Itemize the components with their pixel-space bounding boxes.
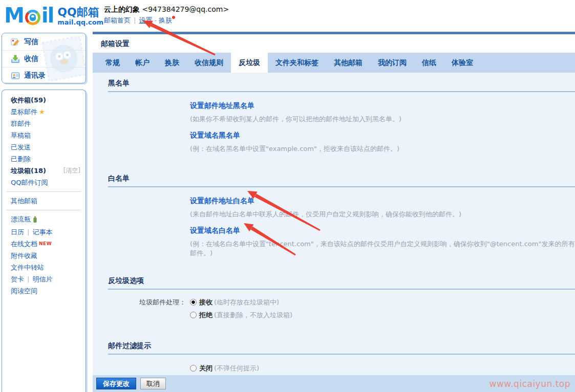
- sidebar-item-drift-bottle[interactable]: 漂流瓶: [2, 213, 86, 226]
- filter-tip-off-desc: (不弹任何提示): [214, 364, 259, 372]
- calendar-link[interactable]: 日历: [11, 228, 24, 236]
- spam-reject-desc: (直接删除，不放入垃圾箱): [214, 311, 292, 319]
- blacklist-address-desc: (如果你不希望收到某人的邮件，你可以把他的邮件地址加入到黑名单。): [190, 115, 575, 124]
- compose-button[interactable]: 写信: [2, 33, 86, 50]
- greeting-card-link[interactable]: 贺卡: [11, 275, 24, 283]
- sidebar-item-other-mailbox[interactable]: 其他邮箱: [2, 195, 86, 207]
- sidebar-actions-box: 写信 收信: [2, 33, 86, 83]
- blacklist-domain-desc: (例：在域名黑名单中设置"example.com"，拒收来自该站点的邮件。): [190, 144, 575, 154]
- new-badge: NEW: [39, 241, 52, 246]
- watermark: www.qicaiyun.top: [489, 379, 570, 389]
- sidebar-item-reading-space[interactable]: 阅读空间: [2, 285, 86, 297]
- tab-subscriptions[interactable]: 我的订阅: [370, 53, 414, 73]
- tab-lab[interactable]: 体验室: [444, 53, 481, 73]
- account-name: 云上的幻象: [104, 5, 140, 13]
- logo-letter-m: M: [4, 4, 24, 27]
- sidebar: 写信 收信: [0, 32, 93, 392]
- spam-accept-desc: (临时存放在垃圾箱中): [214, 298, 279, 306]
- antispam-heading: 反垃圾选项: [108, 276, 575, 290]
- filter-tip-off-label[interactable]: 关闭: [199, 364, 212, 372]
- radio-spam-accept[interactable]: [190, 299, 197, 306]
- sidebar-divider: [7, 210, 81, 210]
- penguin-globe-icon: [25, 10, 40, 25]
- spam-reject-label[interactable]: 拒绝: [199, 311, 212, 319]
- main-panel: 邮箱设置 常规 帐户 换肤 收信规则 反垃圾 文件夹和标签 其他邮箱 我的订阅 …: [93, 32, 575, 392]
- blacklist-domain-link[interactable]: 设置域名黑名单: [190, 131, 240, 140]
- sidebar-item-qq-subscription[interactable]: QQ邮件订阅: [2, 177, 86, 188]
- contacts-icon: [11, 71, 20, 80]
- whitelist-domain-desc: (例：在域名白名单中设置"tencent.com"，来自该站点的邮件仅受用户自定…: [190, 239, 575, 258]
- receive-mail-icon: [11, 54, 20, 63]
- account-area: 云上的幻象 <947384279@qq.com> 邮箱首页|设置-换肤: [104, 5, 229, 26]
- tab-account[interactable]: 帐户: [127, 53, 157, 73]
- new-skin-notification-dot: [172, 16, 175, 19]
- section-blacklist: 黑名单 设置邮件地址黑名单 (如果你不希望收到某人的邮件，你可以把他的邮件地址加…: [93, 79, 575, 154]
- tab-folders-labels[interactable]: 文件夹和标签: [268, 53, 326, 73]
- top-header: M il QQ邮箱 mail.qq.com 云上的幻象 <947384279@q…: [0, 0, 575, 32]
- whitelist-heading: 白名单: [108, 174, 575, 187]
- compose-label: 写信: [24, 37, 38, 47]
- section-filter-tip: 邮件过滤提示 关闭(不弹任何提示) 启用(有发给我的邮件被过滤时提示): [93, 341, 575, 375]
- contacts-label: 通讯录: [24, 71, 46, 80]
- nav-separator: |: [134, 16, 136, 24]
- sidebar-item-attachment-favorites[interactable]: 附件收藏: [2, 250, 86, 262]
- receive-button[interactable]: 收信: [2, 50, 86, 67]
- tab-skin[interactable]: 换肤: [157, 53, 187, 73]
- brand-name: QQ邮箱: [57, 6, 103, 18]
- sidebar-item-deleted[interactable]: 已删除: [2, 153, 86, 165]
- settings-tabbar: 常规 帐户 换肤 收信规则 反垃圾 文件夹和标签 其他邮箱 我的订阅 信纸 体验…: [93, 53, 575, 73]
- page-title: 邮箱设置: [93, 34, 575, 49]
- postcard-link[interactable]: 明信片: [32, 275, 52, 283]
- whitelist-address-link[interactable]: 设置邮件地址白名单: [190, 197, 254, 206]
- tab-antispam[interactable]: 反垃圾: [231, 53, 268, 73]
- account-email: <947384279@qq.com>: [142, 5, 229, 13]
- sidebar-item-drafts[interactable]: 草稿箱: [2, 129, 86, 141]
- sidebar-item-greeting-cards[interactable]: 贺卡|明信片: [2, 273, 86, 285]
- qq-mail-logo[interactable]: M il QQ邮箱 mail.qq.com: [4, 4, 103, 27]
- radio-filter-tip-off[interactable]: [190, 365, 197, 372]
- logo-letters-il: il: [41, 4, 53, 27]
- tab-other-mailbox[interactable]: 其他邮箱: [326, 53, 370, 73]
- settings-content: 黑名单 设置邮件地址黑名单 (如果你不希望收到某人的邮件，你可以把他的邮件地址加…: [93, 73, 575, 375]
- star-icon: ★: [39, 108, 45, 116]
- empty-junk-link[interactable]: [清空]: [63, 165, 80, 177]
- nav-settings-link[interactable]: 设置: [139, 16, 152, 24]
- sidebar-item-file-transfer[interactable]: 文件中转站: [2, 262, 86, 273]
- sidebar-item-online-docs[interactable]: 在线文档NEW: [2, 238, 86, 250]
- blacklist-heading: 黑名单: [108, 79, 575, 92]
- compose-icon: [11, 37, 20, 47]
- save-button[interactable]: 保存更改: [96, 378, 136, 389]
- section-whitelist: 白名单 设置邮件地址白名单 (来自邮件地址白名单中联系人的邮件，仅受用户自定义规…: [93, 174, 575, 258]
- notebook-link[interactable]: 记事本: [32, 228, 52, 236]
- sidebar-item-junk[interactable]: 垃圾箱(18)[清空]: [2, 165, 86, 177]
- nav-skin-link[interactable]: 换肤: [159, 16, 172, 24]
- contacts-button[interactable]: 通讯录: [2, 67, 86, 83]
- sidebar-divider: [7, 191, 81, 192]
- tab-general[interactable]: 常规: [98, 53, 127, 73]
- section-antispam-options: 反垃圾选项 垃圾邮件处理：接收(临时存放在垃圾箱中) 拒绝(直接删除，不放入垃圾…: [93, 276, 575, 320]
- nav-mail-home-link[interactable]: 邮箱首页: [104, 16, 131, 24]
- cancel-button[interactable]: 取消: [140, 378, 166, 389]
- bottle-icon: [33, 216, 37, 224]
- tab-stationery[interactable]: 信纸: [414, 53, 444, 73]
- radio-spam-reject[interactable]: [190, 312, 197, 318]
- sidebar-item-group-mail[interactable]: 群邮件: [2, 118, 86, 129]
- receive-label: 收信: [24, 54, 38, 63]
- sidebar-item-inbox[interactable]: 收件箱(59): [2, 94, 86, 106]
- spam-handling-label: 垃圾邮件处理：: [103, 298, 186, 307]
- filter-tip-heading: 邮件过滤提示: [108, 341, 575, 355]
- sidebar-item-sent[interactable]: 已发送: [2, 141, 86, 153]
- whitelist-domain-link[interactable]: 设置域名白名单: [190, 226, 240, 235]
- whitelist-address-desc: (来自邮件地址白名单中联系人的邮件，仅受用户自定义规则影响，确保你能收到他的邮件…: [190, 210, 575, 219]
- sidebar-folders-box: 收件箱(59) 星标邮件★ 群邮件 草稿箱 已发送 已删除 垃圾箱(18)[清空…: [2, 90, 86, 392]
- spam-accept-label[interactable]: 接收: [199, 298, 212, 306]
- tab-mail-rules[interactable]: 收信规则: [187, 53, 231, 73]
- brand-domain: mail.qq.com: [57, 18, 103, 26]
- sidebar-item-calendar-notebook[interactable]: 日历|记事本: [2, 226, 86, 238]
- nav-dash: -: [154, 16, 157, 24]
- sidebar-item-starred[interactable]: 星标邮件★: [2, 106, 86, 118]
- blacklist-address-link[interactable]: 设置邮件地址黑名单: [190, 101, 254, 111]
- qq-mail-settings-page: M il QQ邮箱 mail.qq.com 云上的幻象 <947384279@q…: [0, 0, 575, 392]
